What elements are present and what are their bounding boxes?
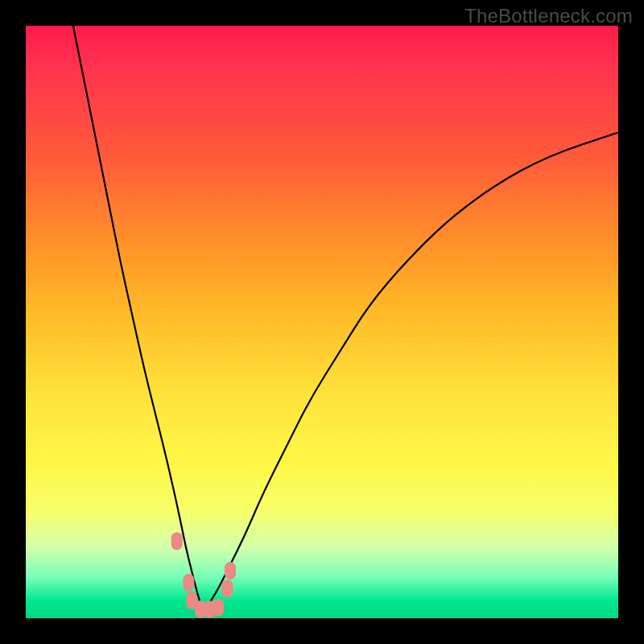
marker-point — [171, 532, 183, 550]
marker-point — [183, 574, 194, 592]
chart-frame: TheBottleneck.com — [0, 0, 644, 644]
marker-group — [171, 532, 236, 618]
plot-area — [26, 26, 618, 618]
bottleneck-curve-svg — [26, 26, 618, 618]
curve-left-arm — [73, 26, 204, 613]
curve-right-arm — [204, 132, 618, 612]
watermark-text: TheBottleneck.com — [464, 5, 633, 27]
marker-point — [221, 580, 233, 597]
marker-point — [225, 562, 236, 580]
marker-point — [213, 599, 224, 617]
curve-group — [73, 26, 618, 613]
